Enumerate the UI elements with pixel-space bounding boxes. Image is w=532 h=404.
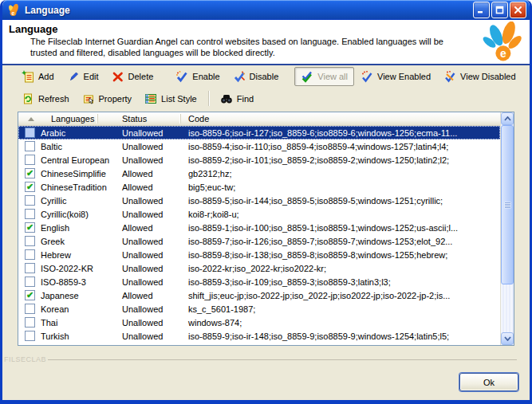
code-cell: iso-8859-6;iso-ir-127;iso_8859-6;iso8859… bbox=[181, 128, 500, 138]
scrollbar-thumb[interactable] bbox=[501, 125, 514, 284]
chevron-down-icon bbox=[504, 336, 511, 341]
table-row[interactable]: ✔ ChineseTradition Allowed big5;euc-tw; bbox=[18, 180, 500, 194]
disable-icon bbox=[233, 70, 246, 83]
edit-button[interactable]: Edit bbox=[61, 67, 105, 86]
language-name-cell: Greek bbox=[37, 237, 117, 246]
add-button[interactable]: Add bbox=[15, 67, 61, 86]
table-row[interactable]: Korean Unallowed ks_c_5601-1987; bbox=[18, 302, 500, 316]
table-row[interactable]: Baltic Unallowed iso-8859-4;iso-ir-110;i… bbox=[18, 139, 500, 153]
table-row[interactable]: ISO-2022-KR Unallowed iso-2022-kr;iso_20… bbox=[18, 261, 500, 275]
close-button[interactable] bbox=[510, 2, 526, 18]
table-row[interactable]: Thai Unallowed windows-874; bbox=[18, 316, 500, 329]
property-button[interactable]: Property bbox=[76, 89, 139, 108]
table-row[interactable]: Cyrillic(koi8) Unallowed koi8-r;koi8-u; bbox=[18, 207, 500, 221]
language-checkbox[interactable] bbox=[25, 317, 35, 328]
code-cell: iso-8859-4;iso-ir-110;iso_8859-4;iso8859… bbox=[181, 142, 500, 151]
status-cell: Unallowed bbox=[117, 331, 181, 341]
property-icon bbox=[82, 92, 95, 105]
delete-button[interactable]: Delete bbox=[105, 67, 160, 86]
chevron-up-icon bbox=[504, 116, 511, 121]
view-disabled-button[interactable]: View Disabled bbox=[437, 67, 522, 86]
edit-icon bbox=[67, 70, 80, 83]
view-all-button[interactable]: View all bbox=[294, 67, 354, 86]
disable-label: Disable bbox=[250, 72, 279, 81]
language-checkbox[interactable] bbox=[25, 209, 35, 219]
disable-button[interactable]: Disable bbox=[227, 67, 286, 86]
language-checkbox[interactable]: ✔ bbox=[25, 222, 35, 233]
toolbar-row-2: Refresh Property List Style bbox=[2, 88, 530, 109]
find-icon bbox=[220, 92, 233, 105]
code-cell: iso-8859-1;iso-ir-100;iso_8859-1;iso8859… bbox=[181, 223, 500, 233]
status-cell: Allowed bbox=[117, 169, 181, 178]
language-name-cell: ISO-8859-3 bbox=[37, 277, 117, 287]
table-row[interactable]: ✔ Japanese Allowed shift_jis;euc-jp;iso-… bbox=[18, 288, 500, 302]
ok-button[interactable]: Ok bbox=[459, 373, 518, 391]
list-header: Languages Status Code bbox=[18, 112, 500, 126]
refresh-button[interactable]: Refresh bbox=[15, 89, 76, 108]
language-checkbox[interactable]: ✔ bbox=[25, 168, 35, 178]
language-checkbox[interactable] bbox=[25, 236, 35, 246]
table-row[interactable]: Turkish Unallowed iso-8859-9;iso-ir-148;… bbox=[18, 329, 500, 343]
view-enabled-button[interactable]: View Enabled bbox=[354, 67, 437, 86]
language-name-cell: English bbox=[37, 223, 117, 233]
find-button[interactable]: Find bbox=[214, 89, 260, 108]
table-row[interactable]: Arabic Unallowed iso-8859-6;iso-ir-127;i… bbox=[18, 126, 500, 139]
status-cell: Unallowed bbox=[117, 250, 181, 260]
filseclab-logo-icon: e bbox=[480, 22, 525, 66]
list-style-button[interactable]: List Style bbox=[138, 89, 203, 108]
scrollbar-track[interactable] bbox=[501, 125, 514, 332]
column-header-check[interactable] bbox=[18, 112, 37, 125]
language-name-cell: Cyrillic bbox=[37, 196, 117, 206]
language-checkbox[interactable]: ✔ bbox=[25, 290, 35, 300]
status-cell: Unallowed bbox=[117, 237, 181, 246]
column-header-code[interactable]: Code bbox=[181, 112, 500, 125]
code-cell: big5;euc-tw; bbox=[181, 182, 500, 192]
language-checkbox[interactable] bbox=[25, 195, 35, 206]
table-row[interactable]: Cyrillic Unallowed iso-8859-5;iso-ir-144… bbox=[18, 194, 500, 207]
language-list-container: Languages Status Code Arabic Unallowed i… bbox=[18, 112, 514, 346]
status-cell: Allowed bbox=[117, 223, 181, 233]
language-name-cell: Cyrillic(koi8) bbox=[37, 210, 117, 219]
column-header-status[interactable]: Status bbox=[98, 112, 181, 125]
code-cell: iso-8859-7;iso-ir-126;iso_8859-7;iso8859… bbox=[181, 237, 500, 246]
language-checkbox[interactable] bbox=[25, 249, 35, 260]
code-cell: iso-8859-8;iso-ir-138;iso_8859-8;iso8859… bbox=[181, 250, 500, 260]
code-cell: iso-8859-9;iso-ir-148;iso_8859-9;iso8859… bbox=[181, 331, 500, 341]
table-row[interactable]: ✔ ChineseSimplifie Allowed gb2312;hz; bbox=[18, 167, 500, 180]
language-checkbox[interactable] bbox=[25, 331, 35, 341]
language-checkbox[interactable] bbox=[25, 263, 35, 273]
scroll-down-button[interactable] bbox=[501, 332, 514, 345]
sort-arrow-icon bbox=[28, 117, 34, 121]
language-checkbox[interactable] bbox=[25, 304, 35, 314]
language-checkbox[interactable] bbox=[25, 141, 35, 151]
refresh-label: Refresh bbox=[38, 94, 69, 104]
table-body: Arabic Unallowed iso-8859-6;iso-ir-127;i… bbox=[18, 126, 500, 345]
property-label: Property bbox=[99, 94, 132, 104]
minimize-button[interactable] bbox=[473, 2, 490, 18]
table-row[interactable]: ISO-8859-3 Unallowed iso-8859-3;iso-ir-1… bbox=[18, 275, 500, 288]
table-row[interactable]: ✔ English Allowed iso-8859-1;iso-ir-100;… bbox=[18, 221, 500, 234]
table-row[interactable]: Greek Unallowed iso-8859-7;iso-ir-126;is… bbox=[18, 234, 500, 248]
language-name-cell: Japanese bbox=[37, 291, 117, 300]
maximize-button[interactable] bbox=[491, 2, 508, 18]
language-checkbox[interactable] bbox=[25, 127, 35, 138]
status-cell: Unallowed bbox=[117, 304, 181, 314]
scroll-up-button[interactable] bbox=[501, 112, 514, 125]
code-cell: gb2312;hz; bbox=[181, 169, 500, 178]
language-name-cell: Hebrew bbox=[37, 250, 117, 260]
status-cell: Unallowed bbox=[117, 155, 181, 165]
svg-text:e: e bbox=[12, 10, 15, 15]
language-checkbox[interactable] bbox=[25, 277, 35, 287]
view-enabled-icon bbox=[361, 70, 373, 83]
language-checkbox[interactable]: ✔ bbox=[25, 182, 35, 192]
language-checkbox[interactable] bbox=[25, 155, 35, 165]
status-cell: Unallowed bbox=[117, 318, 181, 328]
column-header-languages[interactable]: Languages bbox=[37, 112, 98, 125]
vertical-scrollbar[interactable] bbox=[500, 112, 514, 345]
table-row[interactable]: Central European Unallowed iso-8859-2;is… bbox=[18, 153, 500, 167]
table-row[interactable]: Hebrew Unallowed iso-8859-8;iso-ir-138;i… bbox=[18, 248, 500, 261]
titlebar[interactable]: e Language bbox=[2, 0, 530, 20]
enable-button[interactable]: Enable bbox=[169, 67, 226, 86]
language-name-cell: ChineseTradition bbox=[37, 182, 117, 192]
view-disabled-icon bbox=[443, 70, 456, 83]
